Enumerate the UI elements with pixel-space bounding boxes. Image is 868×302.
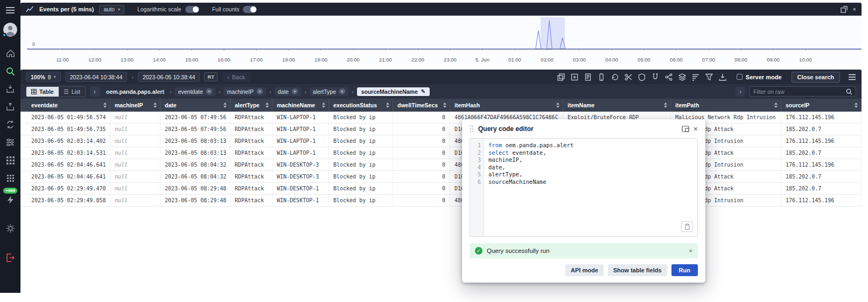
copy-code-icon[interactable] [681, 221, 693, 232]
chips-scroll-right[interactable]: › [736, 87, 745, 97]
column-header-itemName[interactable]: itemName [563, 99, 671, 112]
data-in-icon[interactable] [0, 84, 20, 94]
remove-chip-icon[interactable]: × [257, 88, 263, 94]
remove-chip-icon[interactable]: × [206, 88, 212, 94]
sort-icon[interactable] [855, 102, 858, 108]
show-table-fields-button[interactable]: Show table fields [608, 264, 667, 276]
table-row[interactable]: 2023-06-05 01:49:56.735null2023-06-05 07… [20, 123, 862, 135]
avatar[interactable] [3, 23, 17, 37]
close-banner-icon[interactable]: × [689, 248, 692, 254]
add-panel-icon[interactable] [570, 73, 579, 81]
sort-amount-icon[interactable] [691, 73, 700, 81]
sort-icon[interactable] [153, 102, 157, 108]
filter-icon[interactable] [705, 73, 713, 81]
table-row[interactable]: 2023-06-05 02:04:46.641null2023-06-05 08… [20, 171, 862, 183]
notification-badge[interactable]: +999 [3, 188, 17, 194]
column-header-machineIP[interactable]: machineIP [110, 99, 160, 112]
table-row[interactable]: 2023-06-05 02:03:14.402null2023-06-05 08… [20, 135, 862, 147]
close-chart-icon[interactable]: × [853, 6, 856, 12]
table-row[interactable]: 2023-06-05 02:29:49.858null2023-06-05 08… [20, 195, 862, 207]
interval-select[interactable]: auto▾ [99, 5, 124, 14]
modules-grid-icon[interactable] [0, 173, 20, 183]
active-field-chip[interactable]: sourceMachineName✎ [357, 87, 430, 96]
field-chip-date[interactable]: date× [275, 87, 301, 96]
query-code-editor[interactable]: 123456 from oem.panda.paps.alertselect e… [470, 138, 698, 237]
sort-icon[interactable] [103, 102, 107, 108]
table-row[interactable]: 2023-06-05 02:03:14.531null2023-06-05 08… [20, 147, 862, 159]
popout-chart-icon[interactable] [841, 6, 848, 13]
table-row[interactable]: 2023-06-05 01:49:56.574null2023-06-05 07… [20, 112, 862, 123]
table-row[interactable]: 2023-06-05 02:29:49.470null2023-06-05 08… [20, 183, 862, 195]
table-menu-icon[interactable] [848, 73, 856, 81]
sort-icon[interactable] [265, 102, 269, 108]
field-chip-machineIP[interactable]: machineIP× [223, 87, 266, 96]
code-area[interactable]: from oem.panda.paps.alertselect eventdat… [484, 139, 697, 236]
column-header-eventdate[interactable]: eventdate [27, 99, 110, 112]
remove-chip-icon[interactable]: × [292, 88, 298, 94]
table-row[interactable]: 2023-06-05 02:04:46.641null2023-06-05 08… [20, 159, 862, 171]
drag-grip-icon[interactable] [470, 125, 474, 133]
column-header-dwellTimeSecs[interactable]: dwellTimeSecs [393, 99, 450, 112]
back-button[interactable]: ‹Back [222, 72, 250, 82]
sort-icon[interactable] [556, 102, 559, 108]
cut-icon[interactable] [624, 73, 633, 81]
zoom-select[interactable]: 100%8▾ [26, 72, 61, 82]
search-icon[interactable] [0, 66, 20, 76]
sort-icon[interactable] [774, 102, 778, 108]
sidebar-menu-icon[interactable] [0, 4, 20, 16]
column-header-itemHash[interactable]: itemHash [450, 99, 563, 112]
sort-icon[interactable] [443, 102, 446, 108]
filter-raw-field[interactable] [750, 86, 856, 97]
sliders-icon[interactable] [0, 138, 20, 147]
events-chart[interactable] [20, 16, 862, 53]
edit-icon[interactable]: ✎ [421, 88, 425, 94]
column-header-date[interactable]: date [160, 99, 230, 112]
copy-panel-icon[interactable] [557, 73, 565, 81]
chips-scroll-left[interactable]: ‹ [90, 87, 100, 97]
server-mode-checkbox[interactable]: Server mode [737, 74, 782, 80]
notes-icon[interactable] [584, 73, 592, 81]
field-chip-alertType[interactable]: alertType× [310, 87, 348, 96]
full-counts-toggle[interactable] [243, 6, 257, 13]
field-chip-eventdate[interactable]: eventdate× [175, 87, 215, 96]
mobile-view-icon[interactable] [597, 73, 606, 81]
remove-chip-icon[interactable]: × [339, 88, 345, 94]
list-view-button[interactable]: List [59, 87, 85, 97]
filter-raw-input[interactable] [753, 88, 843, 95]
shield-icon[interactable] [638, 73, 646, 81]
column-header-executionStatus[interactable]: executionStatus [329, 99, 393, 112]
layers-icon[interactable] [678, 73, 687, 81]
magnet-icon[interactable] [651, 73, 660, 81]
activity-icon[interactable] [0, 195, 20, 204]
close-search-button[interactable]: Close search [792, 72, 840, 83]
realtime-badge[interactable]: RT [204, 72, 218, 81]
undo-zoom-icon[interactable] [611, 73, 619, 81]
sort-icon[interactable] [386, 102, 389, 108]
data-out-icon[interactable] [0, 102, 20, 112]
log-scale-toggle[interactable] [185, 6, 199, 13]
source-table-chip[interactable]: oem.panda.paps.alert [104, 87, 166, 96]
logout-icon[interactable] [0, 253, 20, 263]
column-header-alertType[interactable]: alertType [230, 99, 272, 112]
download-icon[interactable] [718, 73, 727, 81]
close-dialog-icon[interactable]: × [694, 125, 698, 133]
share-icon[interactable] [664, 73, 673, 81]
sort-icon[interactable] [322, 102, 325, 108]
api-mode-button[interactable]: API mode [565, 264, 604, 276]
chart-canvas[interactable]: 0 11:0012:0013:0014:0015:0016:0017:0018:… [20, 16, 862, 64]
sort-icon[interactable] [664, 102, 667, 108]
sort-icon[interactable] [223, 102, 227, 108]
home-icon[interactable] [0, 49, 20, 58]
apps-grid-icon[interactable] [0, 155, 20, 165]
checkbox-icon[interactable] [737, 74, 743, 80]
date-from-button[interactable]: 2023-06-04 10:38:44 [65, 72, 128, 82]
data-exchange-icon[interactable] [0, 120, 20, 129]
table-view-button[interactable]: Table [26, 87, 59, 97]
popout-dialog-icon[interactable] [682, 126, 689, 132]
date-to-button[interactable]: 2023-06-05 10:38:44 [138, 72, 200, 82]
run-button[interactable]: Run [671, 264, 698, 276]
column-header-itemPath[interactable]: itemPath [671, 99, 781, 112]
column-header-sourceIP[interactable]: sourceIP [781, 99, 862, 112]
settings-icon[interactable] [0, 223, 20, 233]
column-header-machineName[interactable]: machineName [272, 99, 329, 112]
